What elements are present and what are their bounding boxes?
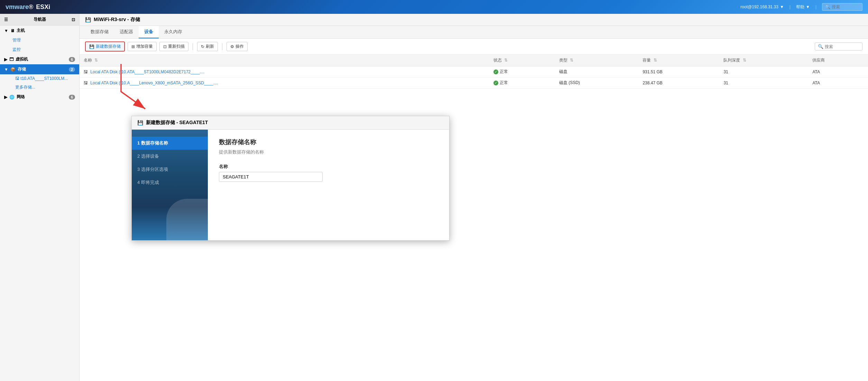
- col-capacity[interactable]: 容量 ⇅: [638, 55, 719, 66]
- step2-label: 2 选择设备: [137, 154, 159, 159]
- disk-icon-row1: 🖫: [84, 69, 88, 74]
- user-label: root@192.168.31.33: [740, 4, 778, 9]
- help-label: 帮助: [796, 4, 804, 10]
- wizard-step-1[interactable]: 1 数据存储名称: [132, 137, 208, 150]
- sidebar-title: 导航器: [34, 17, 46, 22]
- refresh-label: 刷新: [206, 44, 214, 49]
- content-header: 💾 MiWiFi-R3-srv - 存储: [80, 14, 868, 26]
- row1-type: 磁盘: [555, 66, 639, 77]
- vmware-logo: vmware®: [6, 3, 33, 11]
- sidebar-monitor-label: 监控: [12, 47, 21, 52]
- col-type[interactable]: 类型 ⇅: [555, 55, 639, 66]
- table-row[interactable]: 🖫 Local ATA Disk (t10.ATA____ST1000LM048…: [80, 66, 868, 77]
- main-layout: ☰ 导航器 ⊡ ▼ 🖥 主机 管理 监控 ▶ 🗔 虚拟机 6 ▼ 📦 存储 2: [0, 14, 868, 381]
- new-datastore-button[interactable]: 💾 新建数据存储: [85, 41, 125, 52]
- step1-label: 1 数据存储名称: [137, 140, 168, 146]
- row2-status-ok: ✓ 正常: [493, 80, 551, 86]
- table-search-box[interactable]: 🔍: [815, 43, 862, 50]
- sidebar-manage-label: 管理: [12, 38, 21, 43]
- wizard-step-3[interactable]: 3 选择分区选项: [132, 163, 208, 176]
- step3-label: 3 选择分区选项: [137, 167, 168, 172]
- table-row[interactable]: 🖫 Local ATA Disk (t10.A____Lenovo_X800_m…: [80, 77, 868, 89]
- sidebar-item-host[interactable]: ▼ 🖥 主机: [0, 26, 79, 36]
- col-vendor[interactable]: 供应商: [808, 55, 868, 66]
- tab-persistent[interactable]: 永久内存: [159, 26, 188, 38]
- header-search-box[interactable]: 🔍: [822, 3, 862, 11]
- row2-capacity: 238.47 GB: [638, 77, 719, 89]
- wizard-step-2[interactable]: 2 选择设备: [132, 150, 208, 163]
- row2-name-link[interactable]: Local ATA Disk (t10.A____Lenovo_X800_mSA…: [90, 81, 218, 85]
- help-dropdown-icon: ▼: [806, 4, 810, 9]
- help-menu[interactable]: 帮助 ▼: [796, 4, 810, 10]
- actions-button[interactable]: ⚙ 操作: [227, 42, 248, 51]
- wizard-name-input[interactable]: [219, 172, 323, 182]
- sidebar-t10-label: t10.ATA____ST1000LM...: [20, 76, 68, 81]
- row1-name-link[interactable]: Local ATA Disk (t10.ATA____ST1000LM0482D…: [90, 69, 204, 74]
- wizard-step-4[interactable]: 4 即将完成: [132, 176, 208, 189]
- row1-status-ok: ✓ 正常: [493, 69, 551, 75]
- tab-datastore[interactable]: 数据存储: [85, 26, 114, 38]
- disk-icon-row2: 🖫: [84, 81, 88, 85]
- tab-device[interactable]: 设备: [139, 26, 159, 38]
- triangle-right2-icon: ▶: [4, 95, 7, 100]
- sidebar-item-t10[interactable]: 🖫 t10.ATA____ST1000LM...: [0, 74, 79, 83]
- row2-vendor: ATA: [808, 77, 868, 89]
- status-ok2-icon: ✓: [493, 81, 498, 85]
- user-menu[interactable]: root@192.168.31.33 ▼: [740, 4, 784, 9]
- row2-type: 磁盘 (SSD): [555, 77, 639, 89]
- sidebar-collapse-icon[interactable]: ⊡: [72, 17, 75, 22]
- sidebar-item-more-storage[interactable]: 更多存储...: [0, 83, 79, 92]
- col-name[interactable]: 名称 ⇅: [80, 55, 489, 66]
- sort-queue-icon: ⇅: [743, 58, 746, 63]
- toolbar-sep1: [193, 43, 193, 50]
- sidebar-item-storage[interactable]: ▼ 📦 存储 2: [0, 64, 79, 74]
- triangle-icon: ▼: [4, 28, 8, 33]
- sidebar-item-manage[interactable]: 管理: [0, 36, 79, 45]
- row1-queue: 31: [719, 66, 808, 77]
- device-table-inner: 名称 ⇅ 状态 ⇅ 类型 ⇅ 容量 ⇅: [80, 55, 868, 89]
- tab-adapter[interactable]: 适配器: [114, 26, 139, 38]
- sidebar-network-label: 网络: [17, 94, 25, 100]
- col-status[interactable]: 状态 ⇅: [489, 55, 555, 66]
- sort-name-icon: ⇅: [94, 58, 98, 63]
- col-queue-depth[interactable]: 队列深度 ⇅: [719, 55, 808, 66]
- row2-status: ✓ 正常: [489, 77, 555, 89]
- sidebar-host-label: 主机: [17, 28, 25, 34]
- sort-capacity-icon: ⇅: [654, 58, 657, 63]
- sidebar-header-icon: ☰: [4, 17, 8, 22]
- increase-capacity-button[interactable]: ⊞ 增加容量: [128, 42, 157, 51]
- row1-name: 🖫 Local ATA Disk (t10.ATA____ST1000LM048…: [80, 66, 489, 77]
- rescan-icon: ⊡: [163, 44, 167, 49]
- header-search-input[interactable]: [832, 4, 859, 9]
- row1-status: ✓ 正常: [489, 66, 555, 77]
- refresh-button[interactable]: ↻ 刷新: [197, 42, 218, 51]
- sidebar-header: ☰ 导航器 ⊡: [0, 14, 79, 26]
- sidebar-item-monitor[interactable]: 监控: [0, 45, 79, 54]
- row2-status-label: 正常: [500, 80, 508, 86]
- sidebar-storage-label: 存储: [18, 66, 26, 72]
- sidebar-more-storage-label: 更多存储...: [15, 85, 35, 90]
- disk-icon: 🖫: [15, 76, 19, 81]
- app-header: vmware® ESXi root@192.168.31.33 ▼ | 帮助 ▼…: [0, 0, 868, 14]
- sidebar: ☰ 导航器 ⊡ ▼ 🖥 主机 管理 监控 ▶ 🗔 虚拟机 6 ▼ 📦 存储 2: [0, 14, 80, 381]
- tab-persistent-label: 永久内存: [164, 29, 182, 34]
- toolbar-sep2: [222, 43, 222, 50]
- rescan-button[interactable]: ⊡ 重新扫描: [159, 42, 188, 51]
- new-datastore-label: 新建数据存储: [96, 44, 121, 49]
- sidebar-item-vm[interactable]: ▶ 🗔 虚拟机 6: [0, 54, 79, 64]
- rescan-label: 重新扫描: [168, 44, 185, 49]
- triangle-down-icon: ▼: [4, 67, 8, 72]
- search-icon: 🔍: [825, 4, 830, 9]
- user-dropdown-icon: ▼: [780, 4, 784, 9]
- vm-badge: 6: [69, 57, 75, 62]
- wizard-panel: 💾 新建数据存储 - SEAGATE1T 1 数据存储名称 2 选择设备 3 选…: [131, 116, 450, 241]
- header-divider2: |: [815, 4, 816, 9]
- header-divider: |: [789, 4, 791, 9]
- new-datastore-icon: 💾: [89, 44, 94, 49]
- sidebar-item-network[interactable]: ▶ 🌐 网络 6: [0, 92, 79, 102]
- table-search-input[interactable]: [825, 44, 859, 49]
- logo: vmware® ESXi: [6, 3, 50, 11]
- network-badge: 6: [69, 95, 75, 100]
- wizard-title: 新建数据存储 - SEAGATE1T: [146, 120, 208, 126]
- sort-type-icon: ⇅: [570, 58, 573, 63]
